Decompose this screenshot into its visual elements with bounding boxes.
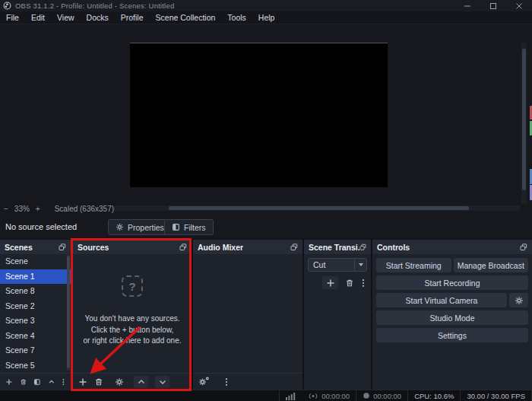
transition-dropdown-button[interactable] <box>354 259 366 271</box>
menu-profile[interactable]: Profile <box>115 11 150 24</box>
preview-vertical-scrollbar[interactable] <box>521 43 527 204</box>
obs-logo-icon <box>3 2 11 10</box>
scene-item[interactable]: Scene 2 <box>0 299 71 314</box>
sources-empty-area[interactable]: ? You don't have any sources. Click the … <box>73 254 192 373</box>
scene-transitions-panel: Scene Transi... Cut <box>304 240 371 390</box>
transition-more-icon[interactable] <box>361 278 366 288</box>
manage-broadcast-button[interactable]: Manage Broadcast <box>454 258 529 272</box>
audio-mixer-toolbar <box>193 373 302 390</box>
add-scene-icon[interactable] <box>5 377 13 387</box>
studio-mode-button[interactable]: Studio Mode <box>376 310 528 325</box>
maximize-button[interactable] <box>480 0 506 11</box>
menu-help[interactable]: Help <box>252 11 281 24</box>
sources-panel: Sources ? You don't have any sources. Cl… <box>73 240 192 390</box>
popout-icon[interactable] <box>59 243 66 251</box>
audio-mixer-more-icon[interactable] <box>224 377 229 387</box>
properties-label: Properties <box>128 223 164 232</box>
zoom-in-button[interactable]: + <box>32 205 44 213</box>
scene-item-selected[interactable]: Scene 1 <box>0 269 71 285</box>
scenes-scrollbar-thumb[interactable] <box>67 256 70 368</box>
gear-icon <box>116 223 124 231</box>
properties-button[interactable]: Properties <box>108 219 172 235</box>
window-title: OBS 31.1.2 - Profile: Untitled - Scenes:… <box>15 2 174 10</box>
plus-icon <box>326 278 335 288</box>
scale-dropdown-label[interactable]: Scaled (636x357) <box>55 205 114 213</box>
vertical-scrollbar-thumb[interactable] <box>522 49 526 190</box>
popout-icon[interactable] <box>359 243 366 251</box>
minimize-button[interactable] <box>454 0 480 11</box>
scene-item[interactable]: Scene 8 <box>0 284 71 299</box>
scenes-scrollbar[interactable] <box>67 255 70 371</box>
close-button[interactable] <box>506 0 532 11</box>
status-bar: 00:00:00 00:00:00 CPU: 10.6% 30.00 / 30.… <box>0 390 532 401</box>
scene-transitions-panel-title: Scene Transi... <box>309 243 359 252</box>
add-transition-button[interactable] <box>322 276 338 289</box>
stream-time: 00:00:00 <box>321 392 350 400</box>
scene-item[interactable]: Scene 4 <box>0 329 71 344</box>
fps-indicator: 30.00 / 30.00 FPS <box>461 390 531 401</box>
scene-item[interactable]: Scene 3 <box>0 313 71 329</box>
popout-icon[interactable] <box>520 243 527 251</box>
controls-panel-title: Controls <box>377 243 410 252</box>
audio-mixer-panel-header[interactable]: Audio Mixer <box>193 240 302 254</box>
popout-icon[interactable] <box>290 243 298 251</box>
filters-label: Filters <box>184 223 206 232</box>
scene-item[interactable]: Scene 7 <box>0 343 71 358</box>
move-source-up-button[interactable] <box>134 376 148 388</box>
controls-panel: Controls Start Streaming Manage Broadcas… <box>372 240 532 390</box>
scenes-panel: Scenes Scene Scene 1 Scene 8 Scene 2 Sce… <box>0 240 71 390</box>
source-properties-icon[interactable] <box>115 377 124 387</box>
no-source-selected-label: No source selected <box>5 222 77 231</box>
menu-edit[interactable]: Edit <box>25 11 51 24</box>
dock-area: Scenes Scene Scene 1 Scene 8 Scene 2 Sce… <box>0 239 532 390</box>
settings-button[interactable]: Settings <box>376 328 528 342</box>
controls-body: Start Streaming Manage Broadcast Start R… <box>372 254 532 390</box>
scenes-list: Scene Scene 1 Scene 8 Scene 2 Scene 3 Sc… <box>0 254 71 373</box>
audio-mixer-panel: Audio Mixer <box>193 240 302 390</box>
preview-canvas[interactable] <box>130 43 388 187</box>
stream-timer: 00:00:00 <box>302 390 356 401</box>
add-source-icon[interactable] <box>78 377 87 387</box>
close-icon <box>516 3 522 9</box>
move-scene-up-icon[interactable] <box>48 377 55 387</box>
menu-scene-collection[interactable]: Scene Collection <box>150 11 222 24</box>
filters-button[interactable]: Filters <box>164 219 214 235</box>
scene-item[interactable]: Scene <box>0 254 71 269</box>
scene-item[interactable]: Scene 5 <box>0 358 71 374</box>
remove-source-icon[interactable] <box>94 377 103 387</box>
horizontal-scrollbar-thumb[interactable] <box>169 206 469 210</box>
chevron-up-icon <box>137 377 146 387</box>
preview-horizontal-scrollbar[interactable] <box>114 205 520 211</box>
menu-view[interactable]: View <box>51 11 81 24</box>
advanced-audio-icon[interactable] <box>198 377 209 387</box>
scenes-toolbar <box>0 373 71 390</box>
signal-bars-icon <box>286 392 296 400</box>
move-source-down-button[interactable] <box>155 376 169 388</box>
menu-file[interactable]: File <box>0 11 25 24</box>
start-recording-button[interactable]: Start Recording <box>376 275 528 290</box>
zoom-out-button[interactable]: − <box>0 205 12 213</box>
record-icon <box>363 392 370 399</box>
start-streaming-button[interactable]: Start Streaming <box>376 258 451 272</box>
scenes-panel-header[interactable]: Scenes <box>0 240 71 254</box>
menu-tools[interactable]: Tools <box>221 11 252 24</box>
scenes-panel-title: Scenes <box>5 243 33 252</box>
obs-window: OBS 31.1.2 - Profile: Untitled - Scenes:… <box>0 0 532 401</box>
transition-select[interactable]: Cut <box>308 258 367 272</box>
sources-empty-text: You don't have any sources. Click the + … <box>84 313 182 347</box>
sources-panel-header[interactable]: Sources <box>73 240 192 254</box>
scenes-more-icon[interactable] <box>62 377 65 387</box>
popout-icon[interactable] <box>179 243 187 251</box>
controls-panel-header[interactable]: Controls <box>372 240 532 254</box>
audio-mixer-empty-area[interactable] <box>193 254 302 373</box>
start-virtual-camera-button[interactable]: Start Virtual Camera <box>376 293 507 307</box>
scene-filters-icon[interactable] <box>33 377 41 387</box>
menu-docks[interactable]: Docks <box>81 11 115 24</box>
record-time: 00:00:00 <box>373 392 401 400</box>
scene-transitions-panel-header[interactable]: Scene Transi... <box>304 240 371 254</box>
title-bar: OBS 31.1.2 - Profile: Untitled - Scenes:… <box>0 0 532 11</box>
remove-scene-icon[interactable] <box>20 377 27 387</box>
virtual-camera-settings-button[interactable] <box>509 293 528 307</box>
remove-transition-button[interactable] <box>343 276 356 289</box>
trash-icon <box>345 278 354 288</box>
